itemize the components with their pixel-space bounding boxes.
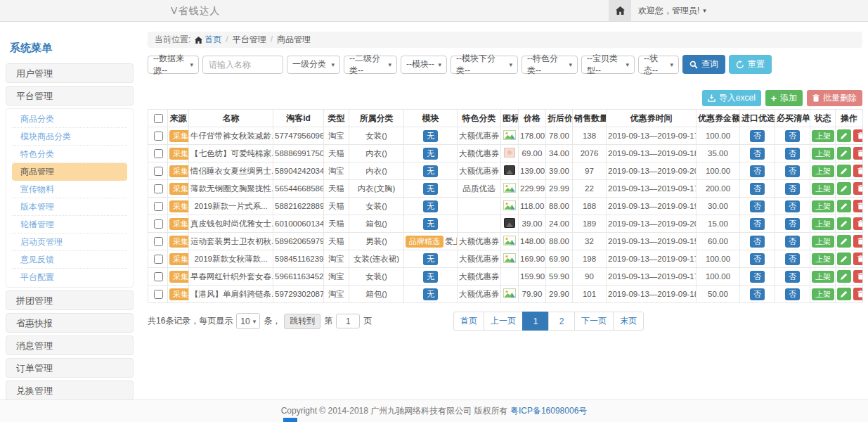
icp-link[interactable]: 粤ICP备16098006号 xyxy=(510,406,587,416)
delete-button[interactable] xyxy=(853,217,863,230)
filter-select[interactable]: --特色分类--▾ xyxy=(522,56,578,74)
filter-select[interactable]: 一级分类▾ xyxy=(287,56,340,74)
edit-button[interactable] xyxy=(837,288,851,300)
row-checkbox[interactable] xyxy=(154,255,163,264)
delete-button[interactable] xyxy=(853,235,863,248)
import-select-toggle[interactable]: 否 xyxy=(750,148,765,160)
sidebar-item[interactable]: 模块商品分类 xyxy=(12,128,127,146)
edit-button[interactable] xyxy=(837,200,851,212)
must-buy-toggle[interactable]: 否 xyxy=(785,253,800,265)
delete-button[interactable] xyxy=(853,288,863,300)
edit-button[interactable] xyxy=(837,165,851,177)
delete-button[interactable] xyxy=(853,252,863,265)
edit-button[interactable] xyxy=(837,252,851,265)
row-checkbox[interactable] xyxy=(154,290,163,299)
row-checkbox[interactable] xyxy=(154,184,163,193)
edit-button[interactable] xyxy=(837,235,851,248)
status-toggle[interactable]: 上架 xyxy=(812,218,834,230)
status-toggle[interactable]: 上架 xyxy=(812,271,834,283)
status-toggle[interactable]: 上架 xyxy=(812,130,834,142)
user-menu[interactable]: 欢迎您，管理员! ▾ xyxy=(638,0,706,21)
must-buy-toggle[interactable]: 否 xyxy=(785,236,800,248)
sidebar-item[interactable]: 版本管理 xyxy=(12,198,127,216)
status-toggle[interactable]: 上架 xyxy=(812,200,834,212)
page-button[interactable]: 首页 xyxy=(453,312,484,331)
must-buy-toggle[interactable]: 否 xyxy=(785,288,800,300)
status-toggle[interactable]: 上架 xyxy=(812,165,834,177)
must-buy-toggle[interactable]: 否 xyxy=(785,130,800,142)
home-button[interactable] xyxy=(609,0,631,21)
sidebar-item[interactable]: 意见反馈 xyxy=(12,251,127,269)
sidebar-item[interactable]: 特色分类 xyxy=(12,146,127,163)
import-select-toggle[interactable]: 否 xyxy=(750,200,765,212)
edit-button[interactable] xyxy=(837,270,851,283)
edit-button[interactable] xyxy=(837,129,851,142)
row-checkbox[interactable] xyxy=(154,219,163,229)
delete-button[interactable] xyxy=(853,129,863,142)
must-buy-toggle[interactable]: 否 xyxy=(785,271,800,283)
import-select-toggle[interactable]: 否 xyxy=(750,271,765,283)
row-checkbox[interactable] xyxy=(154,237,163,246)
row-checkbox[interactable] xyxy=(154,167,163,176)
delete-button[interactable] xyxy=(853,165,863,177)
sidebar-item[interactable]: 平台配置 xyxy=(12,269,127,286)
must-buy-toggle[interactable]: 否 xyxy=(785,165,800,177)
delete-button[interactable] xyxy=(853,200,863,212)
must-buy-toggle[interactable]: 否 xyxy=(785,218,800,230)
import-select-toggle[interactable]: 否 xyxy=(750,183,765,195)
import-select-toggle[interactable]: 否 xyxy=(750,130,765,142)
edit-button[interactable] xyxy=(837,182,851,195)
import-select-toggle[interactable]: 否 xyxy=(750,253,765,265)
status-toggle[interactable]: 上架 xyxy=(812,236,834,248)
per-page-select[interactable]: 10 ▾ xyxy=(236,313,260,329)
status-toggle[interactable]: 上架 xyxy=(812,148,834,160)
sidebar-item[interactable]: 轮播管理 xyxy=(12,216,127,234)
import-excel-button[interactable]: 导入excel xyxy=(702,90,761,106)
jump-button[interactable]: 跳转到 xyxy=(284,314,320,329)
page-button[interactable]: 下一页 xyxy=(574,312,614,331)
row-checkbox[interactable] xyxy=(154,149,163,158)
filter-select[interactable]: --状态--▾ xyxy=(638,56,679,74)
filter-select[interactable]: --宝贝类型--▾ xyxy=(581,56,635,74)
filter-select[interactable]: --二级分类--▾ xyxy=(344,56,397,74)
sidebar-section[interactable]: 兑换管理 xyxy=(6,381,134,400)
add-button[interactable]: + 添加 xyxy=(765,90,803,106)
import-select-toggle[interactable]: 否 xyxy=(750,165,765,177)
page-button[interactable]: 末页 xyxy=(613,312,644,331)
sidebar-section[interactable]: 平台管理 xyxy=(6,86,134,106)
search-input[interactable] xyxy=(202,56,283,74)
must-buy-toggle[interactable]: 否 xyxy=(785,183,800,195)
delete-button[interactable] xyxy=(853,147,863,160)
filter-select[interactable]: --模块下分类--▾ xyxy=(451,56,518,74)
page-number-input[interactable] xyxy=(336,314,360,328)
row-checkbox[interactable] xyxy=(154,272,163,281)
status-toggle[interactable]: 上架 xyxy=(812,288,834,300)
filter-select[interactable]: --模块--▾ xyxy=(401,56,447,74)
batch-delete-button[interactable]: 批量删除 xyxy=(807,90,862,106)
search-button[interactable]: 查询 xyxy=(682,55,725,74)
row-checkbox[interactable] xyxy=(154,132,163,141)
page-button[interactable]: 1 xyxy=(522,312,549,331)
must-buy-toggle[interactable]: 否 xyxy=(785,200,800,212)
row-checkbox[interactable] xyxy=(154,202,163,211)
sidebar-section[interactable]: 消息管理 xyxy=(6,335,134,355)
status-toggle[interactable]: 上架 xyxy=(812,253,834,265)
sidebar-section[interactable]: 订单管理 xyxy=(6,358,134,378)
sidebar-section[interactable]: 省惠快报 xyxy=(6,313,134,333)
import-select-toggle[interactable]: 否 xyxy=(750,288,765,300)
delete-button[interactable] xyxy=(853,182,863,195)
sidebar-item[interactable]: 宣传物料 xyxy=(12,181,127,198)
import-select-toggle[interactable]: 否 xyxy=(750,236,765,248)
sidebar-item[interactable]: 商品分类 xyxy=(12,110,127,128)
sidebar-section[interactable]: 拼团管理 xyxy=(6,290,134,310)
edit-button[interactable] xyxy=(837,147,851,160)
sidebar-item[interactable]: 启动页管理 xyxy=(12,234,127,251)
reset-button[interactable]: 重置 xyxy=(729,55,772,74)
delete-button[interactable] xyxy=(853,270,863,283)
status-toggle[interactable]: 上架 xyxy=(812,183,834,195)
edit-button[interactable] xyxy=(837,217,851,230)
breadcrumb-home-link[interactable]: 首页 xyxy=(195,32,221,48)
sidebar-section[interactable]: 用户管理 xyxy=(6,63,134,83)
import-select-toggle[interactable]: 否 xyxy=(750,218,765,230)
select-all-checkbox[interactable] xyxy=(154,114,163,123)
